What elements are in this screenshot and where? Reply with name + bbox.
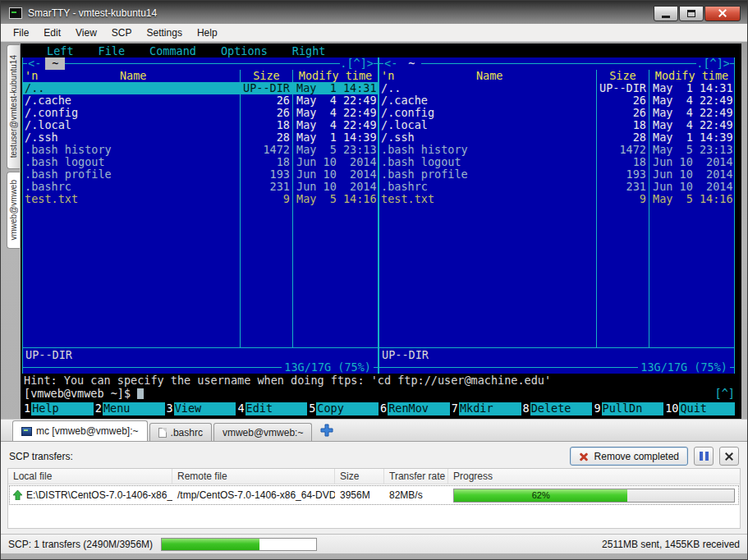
mc-menu-file[interactable]: File — [99, 45, 126, 57]
close-icon — [717, 7, 728, 19]
scp-transfers-panel: SCP transfers: Remove completed Local fi… — [1, 442, 747, 534]
file-row-8[interactable]: .bashrc231Jun 10 2014 — [23, 181, 378, 193]
file-row-1[interactable]: /.cache26May 4 22:49 — [23, 94, 378, 107]
fkey-view[interactable]: 3View — [165, 402, 236, 415]
close-panel-button[interactable] — [719, 447, 739, 466]
file-row-9[interactable]: test.txt9May 5 14:16 — [23, 193, 378, 205]
panel-history-arrow[interactable]: <- — [383, 57, 397, 70]
menu-help[interactable]: Help — [190, 25, 225, 41]
menu-scp[interactable]: SCP — [104, 25, 140, 41]
scroll-up-indicator[interactable]: [^] — [715, 388, 735, 400]
command-line[interactable]: [vmweb@vmweb ~]$ [^] — [22, 387, 735, 400]
column-header-mtime[interactable]: Modify time — [649, 70, 734, 82]
file-row-3[interactable]: /.local18May 4 22:49 — [379, 119, 734, 131]
title-bar[interactable]: SmarTTY - vmtest-kubuntu14 — [1, 1, 747, 24]
file-size: 193 — [596, 168, 649, 181]
file-row-8[interactable]: .bashrc231Jun 10 2014 — [379, 181, 734, 193]
column-header-size[interactable]: Size — [240, 70, 292, 82]
mc-menu-command[interactable]: Command — [149, 45, 196, 57]
file-row-4[interactable]: /.ssh28May 1 14:39 — [23, 131, 378, 144]
file-row-2[interactable]: /.config26May 4 22:49 — [23, 107, 378, 119]
pause-transfers-button[interactable] — [694, 447, 714, 466]
file-row-7[interactable]: .bash_profile193Jun 10 2014 — [379, 168, 734, 181]
panel-scroll-marker[interactable]: .[^]> — [340, 57, 374, 70]
border-line — [65, 57, 340, 70]
column-header-name[interactable]: Name — [120, 70, 147, 82]
column-header-mtime[interactable]: Modify time — [292, 70, 378, 82]
column-size[interactable]: Size — [335, 469, 384, 484]
border-line — [379, 361, 638, 374]
column-header-name[interactable]: Name — [476, 70, 503, 82]
connection-tab-vmweb[interactable]: vmweb@vmweb — [7, 172, 20, 249]
transfer-row[interactable]: E:\DISTR\CentOS-7.0-1406-x86_6.../tmp/Ce… — [8, 484, 740, 506]
minimize-button[interactable] — [654, 6, 678, 21]
maximize-button[interactable] — [679, 6, 704, 21]
file-row-3[interactable]: /.local18May 4 22:49 — [23, 119, 378, 131]
fkey-edit[interactable]: 4Edit — [236, 402, 307, 415]
column-local-file[interactable]: Local file — [8, 469, 172, 484]
file-size: 9 — [596, 193, 649, 205]
fkey-quit[interactable]: 10Quit — [663, 402, 735, 415]
panel-history-arrow[interactable]: <- — [27, 57, 41, 70]
session-tab-2[interactable]: vmweb@vmweb:~ — [213, 423, 313, 441]
mc-menu-left[interactable]: Left — [47, 45, 74, 57]
column-transfer-rate[interactable]: Transfer rate — [384, 469, 448, 484]
mc-panel-left: <-~.[^]> 'nName Size Modify time /..UP--… — [22, 57, 379, 374]
fkey-help[interactable]: 1Help — [22, 402, 94, 415]
mc-menu-right[interactable]: Right — [292, 45, 326, 57]
file-size: 26 — [596, 107, 649, 119]
file-name: .bashrc — [379, 181, 596, 193]
file-row-6[interactable]: .bash_logout18Jun 10 2014 — [23, 156, 378, 168]
sort-indicator[interactable]: 'n — [25, 70, 38, 82]
file-row-1[interactable]: /.cache26May 4 22:49 — [379, 94, 734, 107]
transfer-progress-fill: 62% — [454, 489, 627, 502]
file-row-9[interactable]: test.txt9May 5 14:16 — [379, 193, 734, 205]
column-progress[interactable]: Progress — [448, 469, 740, 484]
close-button[interactable] — [704, 6, 741, 21]
mc-menu-options[interactable]: Options — [221, 45, 268, 57]
remove-completed-button[interactable]: Remove completed — [570, 447, 688, 466]
panel-path[interactable]: ~ — [402, 57, 421, 70]
menu-file[interactable]: File — [6, 25, 36, 41]
file-row-5[interactable]: .bash_history1472May 5 23:13 — [23, 144, 378, 156]
file-size: 28 — [596, 131, 649, 144]
new-tab-button[interactable] — [319, 422, 335, 438]
fkey-pulldn[interactable]: 9PullDn — [592, 402, 663, 415]
transfer-size: 3956M — [335, 489, 384, 501]
panel-scroll-marker[interactable]: .[^]> — [696, 57, 730, 70]
sort-indicator[interactable]: 'n — [381, 70, 394, 82]
session-tab-1[interactable]: .bashrc — [149, 423, 212, 441]
fkey-copy[interactable]: 5Copy — [307, 402, 379, 415]
fkey-label: View — [174, 402, 236, 415]
fkey-renmov[interactable]: 6RenMov — [379, 402, 450, 415]
panel-path[interactable]: ~ — [45, 57, 65, 70]
file-row-7[interactable]: .bash_profile193Jun 10 2014 — [23, 168, 378, 181]
session-tab-0[interactable]: mc [vmweb@vmweb]:~ — [12, 420, 148, 441]
transfer-rate: 82MB/s — [384, 489, 448, 501]
mini-status-text: UP--DIR — [25, 349, 72, 361]
fkey-delete[interactable]: 8Delete — [521, 402, 593, 415]
file-row-4[interactable]: /.ssh28May 1 14:39 — [379, 131, 734, 144]
border-line — [23, 361, 282, 374]
file-row-0[interactable]: /..UP--DIRMay 1 14:31 — [23, 82, 378, 94]
menu-view[interactable]: View — [68, 25, 104, 41]
border-line — [374, 361, 378, 374]
mc-hint-line: Hint: You can specify the username when … — [22, 374, 735, 387]
transfer-progress-bar: 62% — [453, 489, 735, 503]
fkey-mkdir[interactable]: 7Mkdir — [450, 402, 521, 415]
column-remote-file[interactable]: Remote file — [172, 469, 335, 484]
fkey-menu[interactable]: 2Menu — [94, 402, 165, 415]
terminal-screen[interactable]: LeftFileCommandOptionsRight <-~.[^]> 'nN… — [21, 44, 741, 419]
menu-settings[interactable]: Settings — [140, 25, 190, 41]
file-mtime: Jun 10 2014 — [649, 181, 734, 193]
fkey-label: Mkdir — [459, 402, 521, 415]
file-row-2[interactable]: /.config26May 4 22:49 — [379, 107, 734, 119]
column-header-size[interactable]: Size — [596, 70, 649, 82]
fkey-number: 5 — [307, 402, 316, 415]
file-row-5[interactable]: .bash_history1472May 5 23:13 — [379, 144, 734, 156]
menu-edit[interactable]: Edit — [36, 25, 68, 41]
session-tab-bar: mc [vmweb@vmweb]:~.bashrcvmweb@vmweb:~ — [7, 420, 312, 441]
file-row-6[interactable]: .bash_logout18Jun 10 2014 — [379, 156, 734, 168]
connection-tab-testuser[interactable]: testuser@vmtest-kubuntu14 — [7, 44, 20, 169]
file-row-0[interactable]: /..UP--DIRMay 1 14:31 — [379, 82, 734, 94]
